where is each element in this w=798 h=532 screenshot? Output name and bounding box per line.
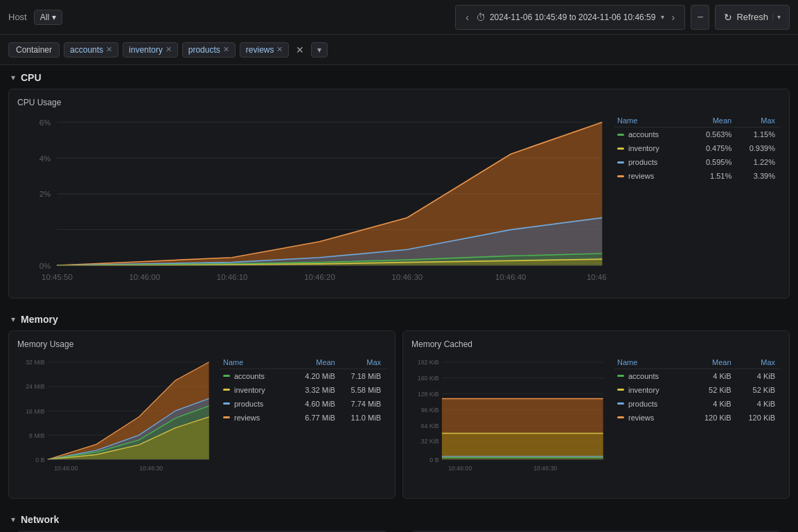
svg-text:10:46:40: 10:46:40 — [495, 273, 526, 281]
refresh-chevron-icon: ▾ — [772, 13, 781, 21]
table-row: reviews 1.51% 3.39% — [614, 169, 781, 183]
svg-text:10:46:30: 10:46:30 — [533, 465, 557, 472]
mem-accounts-dot — [223, 375, 230, 377]
host-chevron-icon: ▾ — [52, 12, 56, 22]
time-chevron-icon: ▾ — [661, 13, 664, 21]
cache-inventory-dot — [617, 389, 624, 391]
table-row: accounts 4.20 MiB 7.18 MiB — [220, 369, 387, 383]
svg-text:10:45:50: 10:45:50 — [42, 273, 73, 281]
cache-accounts-dot — [617, 375, 624, 377]
cpu-usage-panel: CPU Usage 6% 4% 2% 0% — [8, 89, 790, 299]
svg-text:0 B: 0 B — [429, 456, 438, 463]
inventory-dot — [617, 148, 624, 150]
cpu-chevron-icon: ▾ — [11, 73, 15, 82]
mem-products-dot — [223, 402, 230, 405]
host-label: Host — [8, 12, 27, 22]
svg-text:32 KiB: 32 KiB — [421, 438, 439, 445]
svg-text:10:46:30: 10:46:30 — [392, 273, 423, 281]
cpu-legend-name-header: Name — [614, 114, 694, 127]
mem-reviews-dot — [223, 416, 230, 418]
svg-text:2%: 2% — [39, 190, 51, 198]
refresh-icon: ↻ — [724, 12, 732, 23]
filter-tag-products[interactable]: products ✕ — [182, 42, 236, 57]
cpu-legend-max-header: Max — [737, 114, 781, 127]
refresh-label: Refresh — [736, 12, 768, 22]
table-row: accounts 4 KiB 4 KiB — [614, 369, 781, 383]
filter-tag-accounts-label: accounts — [70, 45, 103, 55]
network-chevron-icon: ▾ — [11, 515, 15, 524]
filter-tag-inventory-close[interactable]: ✕ — [166, 45, 172, 54]
svg-text:10:46:50: 10:46:50 — [587, 273, 606, 281]
memory-section-header[interactable]: ▾ Memory — [0, 307, 798, 330]
cpu-chart-with-legend: 6% 4% 2% 0% — [17, 114, 781, 290]
filter-tag-reviews-label: reviews — [246, 45, 274, 55]
table-row: inventory 0.475% 0.939% — [614, 141, 781, 155]
filter-tag-inventory-label: inventory — [129, 45, 163, 55]
network-section-header[interactable]: ▾ Network — [0, 507, 798, 531]
zoom-out-button[interactable]: − — [691, 5, 709, 30]
filter-expand-button[interactable]: ▾ — [311, 42, 328, 57]
svg-text:128 KiB: 128 KiB — [418, 391, 439, 398]
memory-usage-chart-area: 32 MiB 24 MiB 16 MiB 8 MiB 0 B — [17, 356, 212, 490]
filter-tag-accounts-close[interactable]: ✕ — [106, 45, 112, 54]
time-range-bar: ‹ ⏱ 2024-11-06 10:45:49 to 2024-11-06 10… — [455, 5, 685, 30]
filter-tag-inventory[interactable]: inventory ✕ — [123, 42, 178, 57]
host-value: All — [40, 12, 49, 22]
table-row: products 0.595% 1.22% — [614, 155, 781, 169]
top-bar: Host All ▾ ‹ ⏱ 2024-11-06 10:45:49 to 20… — [0, 0, 798, 35]
svg-text:6%: 6% — [39, 118, 51, 127]
svg-text:24 MiB: 24 MiB — [26, 383, 44, 390]
table-row: reviews 6.77 MiB 11.0 MiB — [220, 411, 387, 425]
svg-text:10:46:00: 10:46:00 — [129, 273, 160, 281]
network-section-title: Network — [21, 514, 59, 525]
filter-tag-reviews-close[interactable]: ✕ — [276, 45, 283, 54]
cpu-legend: Name Mean Max accounts 0.563% 1.15% inve… — [614, 114, 781, 183]
table-row: reviews 120 KiB 120 KiB — [614, 411, 781, 425]
memory-cached-legend: Name Mean Max accounts 4 KiB 4 KiB — [614, 356, 781, 425]
svg-text:0%: 0% — [39, 262, 51, 270]
reviews-dot — [617, 175, 624, 177]
cpu-section-header[interactable]: ▾ CPU — [0, 65, 798, 89]
memory-usage-svg: 32 MiB 24 MiB 16 MiB 8 MiB 0 B — [17, 356, 212, 490]
memory-cached-title: Memory Cached — [411, 339, 781, 349]
cpu-chart-svg: 6% 4% 2% 0% — [17, 114, 606, 290]
refresh-button[interactable]: ↻ Refresh ▾ — [715, 5, 790, 30]
memory-usage-legend: Name Mean Max accounts 4.20 MiB 7.18 MiB — [220, 356, 387, 425]
memory-cached-chart-area: 192 KiB 160 KiB 128 KiB 96 KiB 64 KiB 32… — [411, 356, 606, 490]
memory-usage-panel: Memory Usage 32 MiB 24 MiB 16 MiB — [8, 330, 396, 499]
clock-icon: ⏱ — [476, 12, 486, 23]
filter-bar: Container accounts ✕ inventory ✕ product… — [0, 35, 798, 65]
memory-cached-panel: Memory Cached 192 KiB 160 KiB — [402, 330, 790, 499]
svg-text:96 KiB: 96 KiB — [421, 406, 439, 413]
svg-text:10:46:10: 10:46:10 — [217, 273, 248, 281]
filter-tag-reviews[interactable]: reviews ✕ — [240, 42, 290, 57]
mem-inventory-dot — [223, 389, 230, 391]
svg-text:4%: 4% — [39, 154, 51, 163]
cpu-section-title: CPU — [21, 72, 42, 83]
time-next-button[interactable]: › — [668, 12, 677, 23]
svg-text:192 KiB: 192 KiB — [418, 359, 439, 366]
svg-marker-53 — [442, 433, 603, 459]
main-content: ▾ CPU CPU Usage 6% 4% 2% 0% — [0, 65, 798, 532]
filter-tag-products-close[interactable]: ✕ — [223, 45, 229, 54]
time-prev-button[interactable]: ‹ — [463, 12, 472, 23]
filter-tag-accounts[interactable]: accounts ✕ — [64, 42, 118, 57]
memory-chevron-icon: ▾ — [11, 314, 15, 324]
cache-reviews-dot — [617, 416, 624, 418]
time-range-text: 2024-11-06 10:45:49 to 2024-11-06 10:46:… — [490, 12, 656, 22]
host-dropdown[interactable]: All ▾ — [34, 10, 62, 25]
svg-text:10:46:20: 10:46:20 — [304, 273, 335, 281]
svg-text:160 KiB: 160 KiB — [418, 375, 439, 382]
memory-usage-title: Memory Usage — [17, 339, 387, 349]
table-row: products 4 KiB 4 KiB — [614, 397, 781, 411]
cpu-usage-title: CPU Usage — [17, 98, 781, 107]
filter-clear-button[interactable]: ✕ — [293, 43, 307, 57]
cpu-chart-area: 6% 4% 2% 0% — [17, 114, 606, 290]
products-dot — [617, 161, 624, 163]
table-row: inventory 3.32 MiB 5.58 MiB — [220, 383, 387, 397]
table-row: products 4.60 MiB 7.74 MiB — [220, 397, 387, 411]
memory-cached-chart-with-legend: 192 KiB 160 KiB 128 KiB 96 KiB 64 KiB 32… — [411, 356, 781, 490]
svg-text:64 KiB: 64 KiB — [421, 422, 439, 429]
svg-text:8 MiB: 8 MiB — [29, 432, 45, 438]
svg-text:16 MiB: 16 MiB — [26, 407, 44, 414]
